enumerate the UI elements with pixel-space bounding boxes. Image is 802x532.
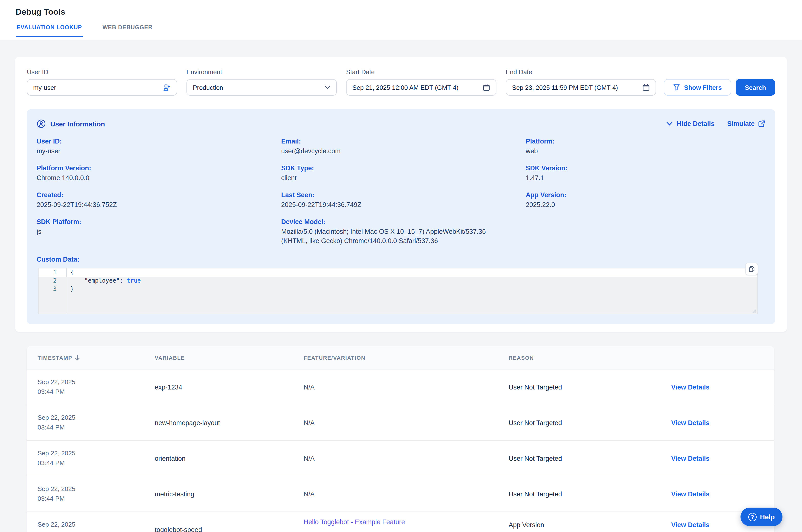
user-information-header: User Information Hide Details Simulate [37, 119, 765, 128]
evaluations-table: TIMESTAMP VARIABLE FEATURE/VARIATION REA… [27, 346, 774, 532]
user-information-panel: User Information Hide Details Simulate [27, 109, 775, 324]
timestamp-cell: Sep 22, 202503:44 PM [38, 449, 155, 468]
environment-value: Production [193, 84, 223, 91]
hide-details-link[interactable]: Hide Details [677, 120, 714, 127]
feature-cell: N/A [304, 419, 509, 426]
show-filters-button[interactable]: Show Filters [664, 79, 731, 96]
debug-tools-page: Debug Tools EVALUATION LOOKUP WEB DEBUGG… [0, 0, 802, 532]
table-row: Sep 22, 202503:44 PM togglebot-speed Hel… [27, 512, 774, 532]
user-id-value: my-user [33, 84, 56, 91]
copy-icon [748, 266, 755, 272]
reason-cell: User Not Targeted [509, 383, 671, 391]
environment-select[interactable]: Production [187, 79, 337, 96]
start-date-input[interactable]: Sep 21, 2025 12:00 AM EDT (GMT-4) [346, 79, 496, 96]
view-details-link[interactable]: View Details [671, 455, 774, 462]
line-number: 2 [39, 277, 67, 285]
lookup-card: User ID my-user Environment [15, 57, 787, 332]
end-date-label: End Date [506, 68, 656, 76]
question-mark-icon: ? [748, 513, 757, 521]
user-circle-icon [37, 119, 46, 128]
info-field-sdk-version: SDK Version: 1.47.1 [526, 164, 765, 183]
filter-row: User ID my-user Environment [27, 68, 775, 96]
info-field-platform: Platform: web [526, 137, 765, 156]
info-field-last-seen: Last Seen: 2025-09-22T19:44:36.749Z [281, 191, 521, 209]
resize-grip-icon[interactable] [751, 308, 757, 314]
table-row: Sep 22, 202503:44 PM orientation N/A Use… [27, 441, 774, 476]
page-title: Debug Tools [0, 0, 802, 17]
variable-cell: togglebot-speed [155, 526, 304, 532]
line-number: 3 [39, 285, 67, 293]
json-key: "employee": [84, 277, 123, 284]
end-date-input[interactable]: Sep 23, 2025 11:59 PM EDT (GMT-4) [506, 79, 656, 96]
timestamp-cell: Sep 22, 202503:44 PM [38, 520, 155, 532]
search-label: Search [745, 84, 766, 91]
user-id-field: User ID my-user [27, 68, 177, 96]
start-date-label: Start Date [346, 68, 496, 76]
user-id-input[interactable]: my-user [27, 79, 177, 96]
column-header-variable: VARIABLE [155, 355, 304, 360]
chevron-down-icon [325, 86, 330, 89]
code-line: 2 "employee": true [39, 277, 757, 285]
custom-data-label: Custom Data: [37, 256, 765, 263]
info-field-sdk-platform: SDK Platform: js [37, 218, 276, 236]
simulate-link[interactable]: Simulate [727, 120, 765, 127]
view-details-link[interactable]: View Details [671, 419, 774, 426]
variable-cell: orientation [155, 455, 304, 462]
info-field-created: Created: 2025-09-22T19:44:36.752Z [37, 191, 276, 209]
reason-cell: User Not Targeted [509, 455, 671, 462]
chevron-down-icon[interactable] [667, 121, 673, 126]
tab-evaluation-lookup[interactable]: EVALUATION LOOKUP [16, 21, 83, 37]
timestamp-cell: Sep 22, 202503:44 PM [38, 377, 155, 397]
column-header-feature: FEATURE/VARIATION [304, 355, 509, 360]
column-header-timestamp[interactable]: TIMESTAMP [38, 355, 155, 360]
feature-cell: N/A [304, 383, 509, 391]
calendar-icon[interactable] [483, 84, 490, 91]
tab-bar: EVALUATION LOOKUP WEB DEBUGGER [0, 21, 802, 37]
line-number: 1 [39, 268, 67, 277]
sort-descending-icon [75, 355, 80, 360]
tab-web-debugger[interactable]: WEB DEBUGGER [101, 21, 154, 37]
info-column-2: Email: user@devcycle.com SDK Type: clien… [281, 137, 521, 254]
info-field-sdk-type: SDK Type: client [281, 164, 521, 183]
end-date-field: End Date Sep 23, 2025 11:59 PM EDT (GMT-… [506, 68, 656, 96]
reason-cell: User Not Targeted [509, 490, 671, 498]
environment-label: Environment [187, 68, 337, 76]
info-field-user-id: User ID: my-user [37, 137, 276, 156]
top-bar: Debug Tools EVALUATION LOOKUP WEB DEBUGG… [0, 0, 802, 40]
info-field-platform-version: Platform Version: Chrome 140.0.0.0 [37, 164, 276, 183]
feature-link[interactable]: Hello Togglebot - Example Feature [304, 518, 509, 526]
custom-data-editor[interactable]: 1 { 2 "employee": true 3 } [38, 268, 758, 314]
user-info-grid: User ID: my-user Platform Version: Chrom… [37, 137, 765, 254]
info-field-device-model: Device Model: Mozilla/5.0 (Macintosh; In… [281, 218, 521, 246]
code-line: 1 { [39, 268, 757, 277]
json-value: true [127, 277, 141, 284]
copy-button[interactable] [745, 263, 758, 275]
start-date-value: Sep 21, 2025 12:00 AM EDT (GMT-4) [352, 84, 459, 91]
user-information-title: User Information [50, 120, 105, 128]
timestamp-cell: Sep 22, 202503:44 PM [38, 484, 155, 504]
variable-cell: exp-1234 [155, 383, 304, 391]
view-details-link[interactable]: View Details [671, 490, 774, 498]
help-button[interactable]: ? Help [741, 508, 782, 526]
table-row: Sep 22, 202503:44 PM exp-1234 N/A User N… [27, 369, 774, 405]
variable-cell: new-homepage-layout [155, 419, 304, 426]
code-line: 3 } [39, 285, 757, 293]
feature-cell: N/A [304, 455, 509, 462]
variable-cell: metric-testing [155, 490, 304, 498]
funnel-icon [673, 84, 680, 91]
feature-cell: N/A [304, 490, 509, 498]
view-details-link[interactable]: View Details [671, 383, 774, 391]
user-id-label: User ID [27, 68, 177, 76]
person-add-icon[interactable] [163, 83, 171, 92]
info-field-email: Email: user@devcycle.com [281, 137, 521, 156]
show-filters-label: Show Filters [684, 84, 722, 91]
calendar-icon[interactable] [643, 84, 650, 91]
start-date-field: Start Date Sep 21, 2025 12:00 AM EDT (GM… [346, 68, 496, 96]
search-button[interactable]: Search [736, 79, 775, 96]
main-content: User ID my-user Environment [0, 40, 802, 532]
simulate-label: Simulate [727, 120, 755, 127]
table-header-row: TIMESTAMP VARIABLE FEATURE/VARIATION REA… [27, 346, 774, 369]
info-column-3: Platform: web SDK Version: 1.47.1 App Ve… [526, 137, 765, 254]
column-header-reason: REASON [509, 355, 671, 360]
table-row: Sep 22, 202503:44 PM metric-testing N/A … [27, 476, 774, 512]
